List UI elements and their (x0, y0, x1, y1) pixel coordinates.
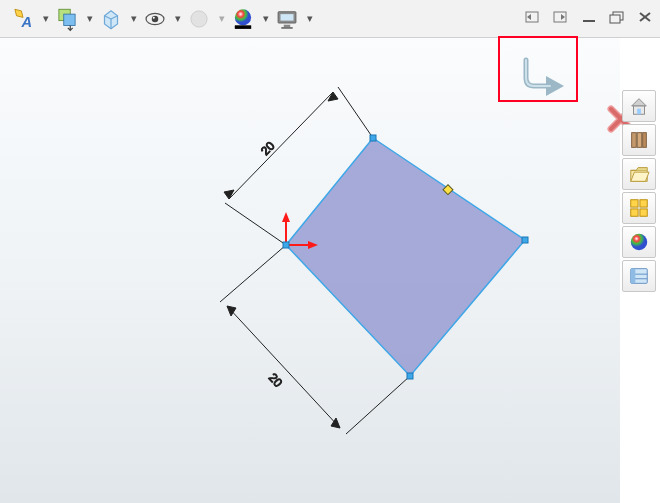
dropdown-arrow-icon[interactable]: ▾ (306, 12, 314, 25)
svg-rect-51 (631, 209, 638, 216)
svg-rect-45 (637, 109, 641, 115)
hide-show-button[interactable] (138, 2, 172, 36)
svg-marker-39 (282, 212, 290, 222)
svg-text:A: A (20, 14, 32, 30)
dimension-bottom-value: 20 (266, 370, 286, 390)
appearances-button[interactable] (622, 226, 656, 258)
file-explorer-button[interactable] (622, 158, 656, 190)
svg-rect-57 (631, 269, 636, 284)
graphics-viewport[interactable]: 20 20 (0, 38, 620, 503)
svg-line-29 (225, 203, 286, 245)
svg-rect-3 (64, 14, 75, 25)
svg-rect-52 (640, 209, 647, 216)
minimize-button[interactable] (578, 8, 600, 26)
screen-capture-button[interactable] (270, 2, 304, 36)
sketch-point-handle[interactable] (522, 237, 528, 243)
sketch-point-handle[interactable] (283, 242, 289, 248)
sketch-face[interactable] (286, 138, 525, 376)
window-controls (522, 8, 656, 26)
svg-rect-50 (640, 200, 647, 207)
svg-line-35 (227, 306, 340, 428)
scene-button[interactable] (182, 2, 216, 36)
insert-component-button[interactable] (50, 2, 84, 36)
insert-annotation-button[interactable]: A (6, 2, 40, 36)
svg-line-28 (338, 87, 373, 138)
svg-line-30 (229, 92, 333, 199)
svg-rect-17 (284, 24, 291, 26)
dropdown-arrow-icon[interactable]: ▾ (262, 12, 270, 25)
sketch-point-handle[interactable] (407, 373, 413, 379)
design-library-button[interactable] (622, 124, 656, 156)
svg-rect-49 (631, 200, 638, 207)
dropdown-arrow-icon[interactable]: ▾ (42, 12, 50, 25)
svg-point-10 (153, 16, 155, 18)
task-pane-toolbar (622, 90, 656, 292)
view-palette-button[interactable] (622, 192, 656, 224)
svg-marker-32 (224, 190, 234, 199)
exit-sketch-button[interactable] (520, 56, 568, 96)
svg-point-12 (235, 9, 251, 25)
svg-rect-46 (632, 133, 637, 148)
next-view-button[interactable] (550, 8, 572, 26)
svg-line-34 (346, 376, 410, 434)
svg-marker-20 (527, 14, 531, 20)
dropdown-arrow-icon[interactable]: ▾ (130, 12, 138, 25)
svg-rect-14 (235, 25, 251, 28)
svg-point-53 (631, 234, 648, 251)
svg-marker-43 (632, 99, 647, 106)
svg-rect-25 (610, 15, 620, 23)
svg-point-11 (191, 10, 207, 26)
svg-point-9 (152, 15, 159, 22)
close-button[interactable] (634, 8, 656, 26)
svg-line-33 (220, 245, 286, 302)
restore-button[interactable] (606, 8, 628, 26)
dropdown-arrow-icon[interactable]: ▾ (174, 12, 182, 25)
appearance-button[interactable] (226, 2, 260, 36)
display-style-button[interactable] (94, 2, 128, 36)
prev-view-button[interactable] (522, 8, 544, 26)
dropdown-arrow-icon[interactable]: ▾ (218, 12, 226, 25)
sketch-canvas: 20 20 (0, 38, 620, 503)
svg-rect-18 (281, 27, 292, 29)
dropdown-arrow-icon[interactable]: ▾ (86, 12, 94, 25)
svg-rect-47 (637, 133, 642, 148)
custom-properties-button[interactable] (622, 260, 656, 292)
dimension-top-value: 20 (258, 139, 278, 159)
svg-rect-48 (643, 133, 647, 148)
svg-marker-22 (561, 14, 565, 20)
home-view-button[interactable] (622, 90, 656, 122)
svg-marker-31 (328, 92, 338, 101)
sketch-point-handle[interactable] (370, 135, 376, 141)
svg-rect-16 (281, 14, 294, 21)
